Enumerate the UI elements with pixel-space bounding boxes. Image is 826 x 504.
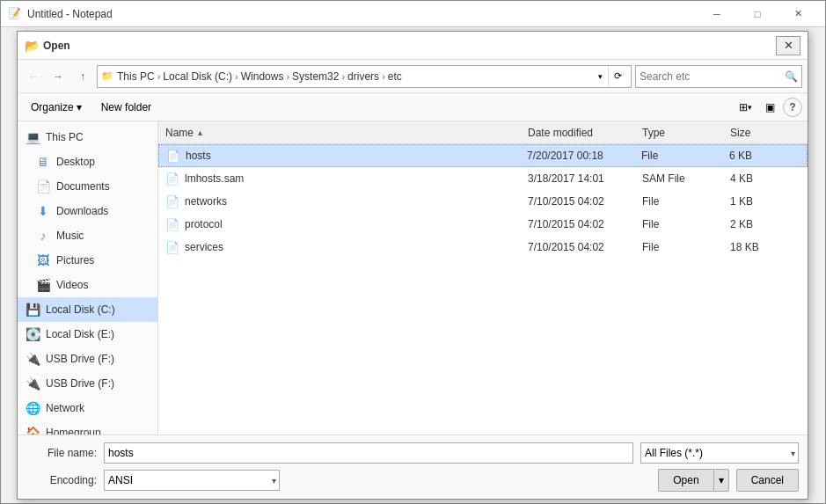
dialog-close-button[interactable]: ✕	[776, 36, 800, 55]
sidebar-label-downloads: Downloads	[56, 205, 108, 217]
view-icon: ⊞	[739, 101, 748, 113]
open-button[interactable]: Open	[658, 469, 713, 492]
maximize-button[interactable]: □	[737, 1, 778, 27]
organize-button[interactable]: Organize ▾	[23, 97, 90, 118]
sidebar-item-this-pc[interactable]: 💻 This PC	[18, 125, 157, 150]
sidebar-item-documents[interactable]: 📄 Documents	[18, 174, 157, 199]
preview-button[interactable]: ▣	[758, 97, 781, 118]
sidebar-label-local-disk-e: Local Disk (E:)	[46, 328, 114, 340]
file-name: services	[185, 241, 223, 253]
file-date-cell: 7/20/2017 00:18	[527, 150, 641, 162]
sidebar-item-homegroup[interactable]: 🏠 Homegroup	[18, 420, 157, 435]
search-button[interactable]: 🔍	[785, 70, 798, 83]
file-type-cell: File	[642, 195, 730, 208]
sidebar-label-videos: Videos	[56, 279, 88, 291]
network-icon: 🌐	[25, 400, 40, 416]
col-type-header[interactable]: Type	[642, 127, 730, 139]
sidebar-item-downloads[interactable]: ⬇ Downloads	[18, 199, 157, 223]
sidebar-label-desktop: Desktop	[56, 156, 95, 168]
usb-2-icon: 🔌	[25, 376, 40, 391]
dialog-main: 💻 This PC 🖥 Desktop 📄 Documents ⬇ Downlo…	[18, 121, 808, 435]
search-icon: 🔍	[785, 70, 798, 83]
sidebar-label-homegroup: Homegroup	[46, 427, 101, 435]
address-refresh-button[interactable]: ⟳	[608, 65, 627, 88]
file-name: protocol	[185, 218, 223, 230]
file-name-cell: 📄 protocol	[165, 217, 528, 231]
file-list: 📄 hosts 7/20/2017 00:18 File 6 KB 📄 lmh	[158, 144, 808, 435]
col-size-header[interactable]: Size	[730, 127, 800, 139]
cancel-button[interactable]: Cancel	[736, 469, 799, 492]
file-date-cell: 7/10/2015 04:02	[528, 218, 642, 230]
dialog-title: Open	[43, 40, 776, 52]
forward-icon: →	[53, 70, 63, 83]
dialog-icon: 📂	[25, 39, 40, 53]
minimize-button[interactable]: ─	[697, 1, 737, 27]
new-folder-button[interactable]: New folder	[93, 97, 159, 118]
file-icon: 📄	[166, 149, 180, 163]
addr-part-6: etc	[388, 70, 402, 83]
filename-input[interactable]	[104, 442, 633, 464]
sidebar-item-network[interactable]: 🌐 Network	[18, 396, 157, 420]
address-dropdown-button[interactable]: ▾	[592, 65, 608, 88]
table-row[interactable]: 📄 lmhosts.sam 3/18/2017 14:01 SAM File 4…	[158, 167, 808, 190]
file-size-cell: 1 KB	[730, 195, 800, 208]
address-bar[interactable]: 📁 This PC › Local Disk (C:) › Windows › …	[97, 65, 632, 88]
file-name-cell: 📄 networks	[165, 194, 528, 208]
addr-part-5: drivers	[347, 70, 379, 83]
sidebar-item-videos[interactable]: 🎬 Videos	[18, 273, 157, 297]
encoding-wrapper: ANSI UTF-8 UTF-16 Unicode	[104, 470, 280, 491]
file-icon: 📄	[165, 217, 179, 231]
table-row[interactable]: 📄 protocol 7/10/2015 04:02 File 2 KB	[158, 213, 808, 236]
sidebar-item-usb-2[interactable]: 🔌 USB Drive (F:)	[18, 371, 157, 396]
sidebar-label-this-pc: This PC	[46, 131, 84, 143]
sidebar-item-local-disk-e[interactable]: 💽 Local Disk (E:)	[18, 322, 157, 347]
sidebar-item-usb-1[interactable]: 🔌 USB Drive (F:)	[18, 347, 157, 371]
open-dropdown-button[interactable]: ▾	[713, 469, 729, 492]
up-button[interactable]: ↑	[72, 66, 93, 87]
col-date-label: Date modified	[528, 127, 593, 139]
filetype-select[interactable]: All Files (*.*) Text Files (*.txt)	[640, 442, 799, 464]
table-row[interactable]: 📄 hosts 7/20/2017 00:18 File 6 KB	[158, 144, 808, 167]
col-date-header[interactable]: Date modified	[528, 127, 642, 139]
file-type-cell: File	[642, 218, 730, 230]
file-size-cell: 18 KB	[730, 241, 800, 253]
file-name-cell: 📄 hosts	[166, 149, 527, 163]
table-row[interactable]: 📄 services 7/10/2015 04:02 File 18 KB	[158, 236, 808, 259]
view-toggle-button[interactable]: ⊞▾	[734, 97, 757, 118]
file-name-cell: 📄 lmhosts.sam	[165, 172, 528, 186]
sidebar-item-local-disk-c[interactable]: 💾 Local Disk (C:)	[18, 297, 157, 322]
file-area: Name ▲ Date modified Type Size	[158, 121, 808, 435]
file-date-cell: 7/10/2015 04:02	[528, 241, 642, 253]
file-icon: 📄	[165, 172, 179, 186]
sidebar-item-pictures[interactable]: 🖼 Pictures	[18, 248, 157, 273]
file-size-cell: 6 KB	[729, 150, 800, 162]
sidebar-label-documents: Documents	[56, 180, 110, 193]
file-date-cell: 7/10/2015 04:02	[528, 195, 642, 208]
sidebar-item-music[interactable]: ♪ Music	[18, 223, 157, 248]
search-input[interactable]	[640, 70, 785, 83]
table-row[interactable]: 📄 networks 7/10/2015 04:02 File 1 KB	[158, 190, 808, 213]
addr-sep-1: ›	[157, 71, 161, 82]
preview-icon: ▣	[765, 101, 775, 113]
sidebar-item-desktop[interactable]: 🖥 Desktop	[18, 150, 157, 174]
help-button[interactable]: ?	[783, 98, 802, 117]
homegroup-icon: 🏠	[25, 425, 40, 435]
titlebar-buttons: ─ □ ✕	[697, 1, 818, 27]
search-box: 🔍	[635, 65, 802, 88]
close-button[interactable]: ✕	[778, 1, 818, 27]
open-dialog: 📂 Open ✕ ← → ↑ 📁 This PC	[17, 31, 808, 500]
file-name: hosts	[186, 150, 211, 162]
toolbar-strip: Organize ▾ New folder ⊞▾ ▣ ?	[18, 93, 808, 121]
encoding-select[interactable]: ANSI UTF-8 UTF-16 Unicode	[104, 470, 280, 491]
file-size-cell: 2 KB	[730, 218, 800, 230]
col-name-header[interactable]: Name ▲	[165, 127, 528, 139]
address-parts: This PC › Local Disk (C:) › Windows › Sy…	[117, 70, 592, 83]
view-buttons: ⊞▾ ▣ ?	[734, 97, 802, 118]
back-button[interactable]: ←	[23, 66, 44, 87]
file-type-cell: SAM File	[642, 172, 730, 185]
organize-label: Organize	[31, 101, 74, 113]
sidebar-label-usb-2: USB Drive (F:)	[46, 377, 114, 390]
col-name-label: Name	[165, 127, 194, 139]
addr-sep-2: ›	[235, 71, 238, 82]
forward-button[interactable]: →	[48, 66, 69, 87]
